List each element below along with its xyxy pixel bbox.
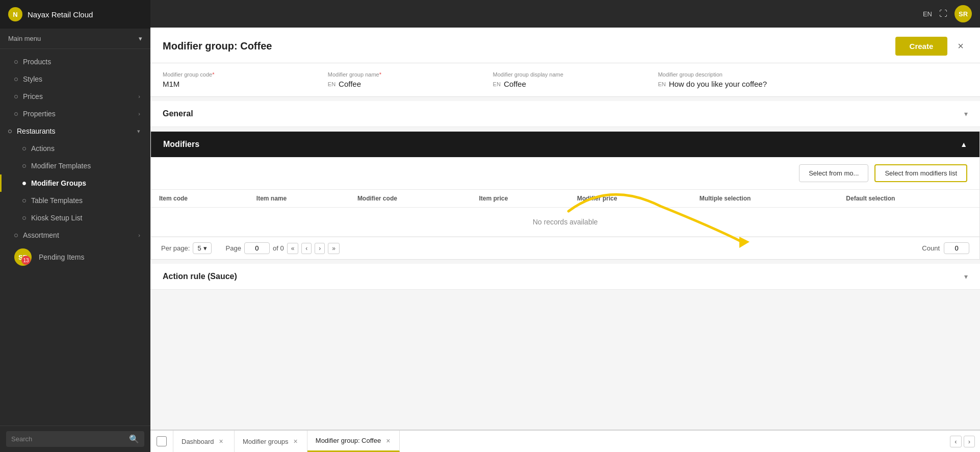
modifiers-toolbar: Select from mo... Select from modifiers … xyxy=(151,157,979,190)
sidebar-item-pending-items[interactable]: SR 13 Pending Items xyxy=(0,244,150,270)
description-label: Modifier group description xyxy=(658,71,968,78)
modifiers-chevron-icon: ▲ xyxy=(960,140,967,148)
chevron-down-icon: ▾ xyxy=(137,128,140,135)
of-label: of 0 xyxy=(273,244,284,252)
chevron-right-icon: › xyxy=(138,93,140,99)
sidebar-item-properties[interactable]: Properties › xyxy=(0,105,150,122)
notification-badge: 13 xyxy=(21,256,31,265)
name-value-row: EN Coffee xyxy=(328,80,483,88)
taskbar: Dashboard × Modifier groups × Modifier g… xyxy=(150,430,980,452)
last-page-button[interactable]: » xyxy=(328,243,340,254)
display-name-value-row: EN Coffee xyxy=(493,80,648,88)
content-area: Modifier group: Coffee Create × Modifier… xyxy=(150,28,980,430)
col-default-selection: Default selection xyxy=(838,190,979,208)
user-avatar[interactable]: SR xyxy=(955,5,972,22)
name-value[interactable]: Coffee xyxy=(339,80,361,88)
no-records-message: No records available xyxy=(151,208,979,237)
next-page-button[interactable]: › xyxy=(315,243,325,254)
page-input[interactable] xyxy=(244,242,270,254)
nav-dot-icon xyxy=(14,95,18,98)
code-label: Modifier group code* xyxy=(163,71,318,78)
name-field: Modifier group name* EN Coffee xyxy=(328,71,493,88)
nayax-logo-icon: N xyxy=(8,7,22,21)
sidebar: N Nayax Retail Cloud Main menu ▾ Product… xyxy=(0,0,150,452)
action-rule-section-title: Action rule (Sauce) xyxy=(163,272,237,281)
modifiers-section: Modifiers ▲ Select from mo... Select fro… xyxy=(150,131,980,260)
first-page-button[interactable]: « xyxy=(287,243,299,254)
taskbar-nav: ‹ › xyxy=(945,436,980,447)
sidebar-item-restaurants[interactable]: Restaurants ▾ xyxy=(0,122,150,140)
form-fields-row: Modifier group code* M1M Modifier group … xyxy=(150,63,980,97)
sidebar-item-table-templates[interactable]: Table Templates xyxy=(0,192,150,209)
taskbar-tab-modifier-groups[interactable]: Modifier groups × xyxy=(235,431,307,452)
search-field[interactable]: 🔍 xyxy=(6,431,144,447)
count-area: Count xyxy=(922,242,969,254)
taskbar-prev-button[interactable]: ‹ xyxy=(950,436,961,447)
code-value[interactable]: M1M xyxy=(163,80,318,88)
chevron-down-icon: ▾ xyxy=(203,244,207,252)
sidebar-item-assortment[interactable]: Assortment › xyxy=(0,227,150,244)
topbar: EN ⛶ SR xyxy=(150,0,980,28)
search-input[interactable] xyxy=(11,435,125,443)
prev-page-button[interactable]: ‹ xyxy=(301,243,312,254)
action-rule-section-header[interactable]: Action rule (Sauce) ▾ xyxy=(150,264,980,290)
select-from-modifiers-list-button[interactable]: Select from modifiers list xyxy=(874,164,967,182)
count-input[interactable] xyxy=(944,242,969,254)
modal-header-actions: Create × xyxy=(895,37,968,56)
taskbar-tab-modifier-group-coffee[interactable]: Modifier group: Coffee × xyxy=(307,431,400,452)
sidebar-item-styles[interactable]: Styles xyxy=(0,70,150,88)
window-icon xyxy=(157,436,167,446)
expand-icon[interactable]: ⛶ xyxy=(939,9,947,18)
chevron-down-icon: ▾ xyxy=(139,35,142,42)
per-page-label: Per page: xyxy=(161,244,190,252)
count-label: Count xyxy=(922,244,940,252)
col-item-code: Item code xyxy=(151,190,248,208)
general-section: General ▾ xyxy=(150,101,980,127)
taskbar-tab-dashboard[interactable]: Dashboard × xyxy=(173,431,235,452)
name-label: Modifier group name* xyxy=(328,71,483,78)
taskbar-close-dashboard[interactable]: × xyxy=(218,437,224,445)
chevron-right-icon: › xyxy=(138,232,140,238)
sidebar-item-modifier-groups[interactable]: Modifier Groups xyxy=(0,174,150,192)
app-name: Nayax Retail Cloud xyxy=(28,10,93,19)
sidebar-search-area: 🔍 xyxy=(0,425,150,452)
modifiers-section-header[interactable]: Modifiers ▲ xyxy=(151,132,979,157)
nav-dot-icon xyxy=(8,130,12,133)
general-section-header[interactable]: General ▾ xyxy=(150,101,980,127)
modal-close-button[interactable]: × xyxy=(953,38,968,54)
modal-panel: Modifier group: Coffee Create × Modifier… xyxy=(150,28,980,430)
search-icon: 🔍 xyxy=(129,434,139,444)
language-selector[interactable]: EN xyxy=(923,10,932,18)
per-page-dropdown[interactable]: 5 ▾ xyxy=(193,242,211,254)
sidebar-item-modifier-templates[interactable]: Modifier Templates xyxy=(0,157,150,174)
description-lang-tag: EN xyxy=(658,81,665,87)
modifiers-table: Item code Item name Modifier code Item p… xyxy=(151,190,979,237)
create-button[interactable]: Create xyxy=(895,37,948,56)
avatar-wrap: SR 13 xyxy=(14,248,32,266)
sidebar-item-products[interactable]: Products xyxy=(0,53,150,70)
sidebar-item-prices[interactable]: Prices › xyxy=(0,88,150,105)
page-label: Page xyxy=(226,244,241,252)
page-info: Page of 0 « ‹ › » xyxy=(226,242,340,254)
display-name-label: Modifier group display name xyxy=(493,71,648,78)
per-page-select: Per page: 5 ▾ xyxy=(161,242,212,254)
nav-dot-icon xyxy=(14,112,18,116)
sidebar-item-kiosk-setup[interactable]: Kiosk Setup List xyxy=(0,209,150,227)
taskbar-close-modifier-group-coffee[interactable]: × xyxy=(385,437,391,445)
sidebar-item-actions[interactable]: Actions xyxy=(0,140,150,157)
modal-title: Modifier group: Coffee xyxy=(163,40,272,52)
col-multiple-selection: Multiple selection xyxy=(691,190,838,208)
nav-dot-icon xyxy=(22,199,26,203)
pagination-bar: Per page: 5 ▾ Page of 0 « ‹ xyxy=(151,237,979,259)
description-value[interactable]: How do you like your coffee? xyxy=(669,80,767,88)
taskbar-close-modifier-groups[interactable]: × xyxy=(293,437,299,445)
select-from-modifiers-button[interactable]: Select from mo... xyxy=(799,164,868,182)
nav-dot-icon xyxy=(14,78,18,81)
sidebar-nav: Products Styles Prices › Properties › Re… xyxy=(0,49,150,425)
nav-dot-icon xyxy=(14,60,18,64)
taskbar-next-button[interactable]: › xyxy=(964,436,975,447)
col-item-price: Item price xyxy=(471,190,569,208)
nav-dot-icon xyxy=(22,182,26,185)
modifiers-table-container: Item code Item name Modifier code Item p… xyxy=(151,190,979,237)
display-name-value[interactable]: Coffee xyxy=(504,80,526,88)
